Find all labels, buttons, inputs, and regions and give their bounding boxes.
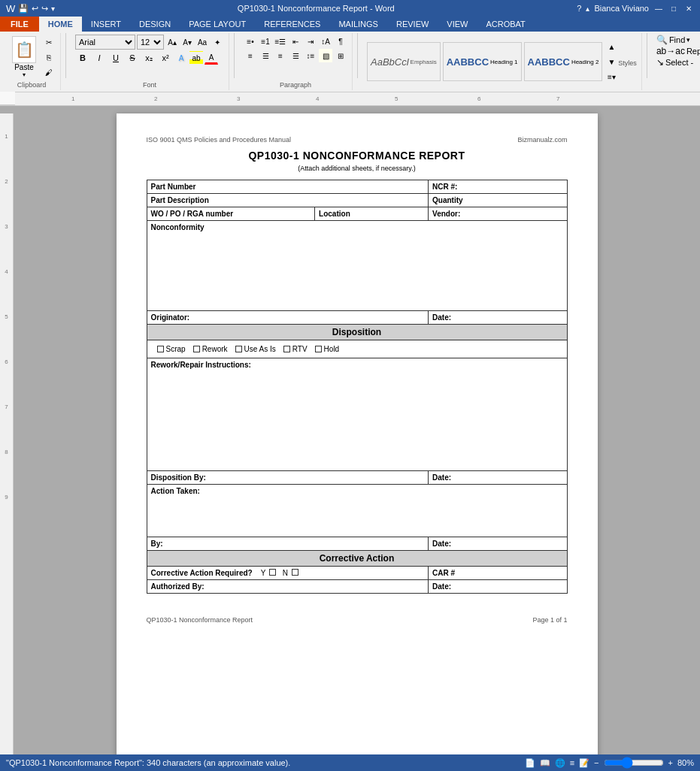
font-name-select[interactable]: Arial xyxy=(75,35,135,50)
nonconformity-cell: Nonconformity xyxy=(147,221,567,311)
cut-button[interactable]: ✂ xyxy=(42,35,56,49)
view-draft[interactable]: 📝 xyxy=(579,758,589,768)
user-name[interactable]: Bianca Viviano xyxy=(594,4,649,13)
view-outline[interactable]: ≡ xyxy=(570,758,574,767)
bullets-button[interactable]: ≡• xyxy=(244,35,257,48)
scrap-checkbox[interactable] xyxy=(157,346,164,352)
use-as-is-checkbox[interactable] xyxy=(235,346,242,352)
align-left-button[interactable]: ≡ xyxy=(244,49,257,62)
doc-footer: QP1030-1 Nonconformance Report Page 1 of… xyxy=(147,616,568,624)
view-web-layout[interactable]: 🌐 xyxy=(555,758,565,768)
part-number-cell: Part Number xyxy=(147,180,429,194)
align-center-button[interactable]: ☰ xyxy=(259,49,272,62)
tab-review[interactable]: REVIEW xyxy=(387,17,438,32)
align-right-button[interactable]: ≡ xyxy=(274,49,287,62)
word-logo-icon: W xyxy=(6,3,15,14)
document-page: ISO 9001 QMS Policies and Procedures Man… xyxy=(117,113,598,771)
tab-references[interactable]: REFERENCES xyxy=(255,17,329,32)
zoom-in-button[interactable]: + xyxy=(668,758,673,767)
tab-acrobat[interactable]: ACROBAT xyxy=(477,17,534,32)
tab-page-layout[interactable]: PAGE LAYOUT xyxy=(180,17,255,32)
quick-access-undo[interactable]: ↩ xyxy=(32,4,38,14)
font-group: Arial 12 A▴ A▾ Aa ✦ B I U S x₂ x² xyxy=(71,33,229,90)
bold-button[interactable]: B xyxy=(75,50,90,65)
font-size-select[interactable]: 12 xyxy=(137,35,164,50)
increase-indent-button[interactable]: ⇥ xyxy=(304,35,317,48)
style-emphasis[interactable]: AaBbCcl Emphasis xyxy=(367,42,441,81)
styles-scroll-down[interactable]: ▼ xyxy=(605,55,618,68)
view-full-reading[interactable]: 📖 xyxy=(540,758,550,768)
quick-access-redo[interactable]: ↪ xyxy=(41,4,48,14)
title-bar: W 💾 ↩ ↪ ▾ QP1030-1 Nonconformance Report… xyxy=(0,0,700,17)
paste-button[interactable]: 📋 Paste ▾ xyxy=(8,35,41,80)
table-row: WO / PO / RGA number Location Vendor: xyxy=(147,207,567,221)
underline-button[interactable]: U xyxy=(108,50,123,65)
help-icon[interactable]: ? xyxy=(577,4,581,13)
tab-home[interactable]: HOME xyxy=(39,17,82,32)
zoom-out-button[interactable]: − xyxy=(594,758,598,767)
line-spacing-button[interactable]: ↕≡ xyxy=(304,49,317,62)
rtv-checkbox[interactable] xyxy=(283,346,290,352)
ribbon-collapse-icon[interactable]: ▴ xyxy=(586,5,589,13)
ribbon: FILE HOME INSERT DESIGN PAGE LAYOUT REFE… xyxy=(0,17,700,106)
table-row: Authorized By: Date: xyxy=(147,580,567,594)
decrease-font-button[interactable]: A▾ xyxy=(180,35,194,49)
justify-button[interactable]: ☰ xyxy=(289,49,302,62)
maximize-button[interactable]: □ xyxy=(668,3,679,14)
corrective-no-checkbox[interactable] xyxy=(292,569,298,576)
status-doc-info: "QP1030-1 Nonconformance Report": 340 ch… xyxy=(6,758,290,767)
shading-button[interactable]: ▧ xyxy=(319,49,332,62)
view-print-layout[interactable]: 📄 xyxy=(525,758,535,768)
text-effects-button[interactable]: A xyxy=(174,51,188,65)
location-cell: Location xyxy=(315,207,429,221)
text-highlight-button[interactable]: ab xyxy=(189,51,203,65)
close-button[interactable]: ✕ xyxy=(683,3,694,14)
find-button[interactable]: 🔍 Find ▾ xyxy=(656,35,690,45)
corrective-yes-checkbox[interactable] xyxy=(269,569,276,576)
tab-design[interactable]: DESIGN xyxy=(130,17,180,32)
clear-format-button[interactable]: ✦ xyxy=(211,35,224,49)
strikethrough-button[interactable]: S xyxy=(125,50,140,65)
styles-more[interactable]: ≡▾ xyxy=(605,70,618,83)
divider-2 xyxy=(234,33,235,78)
select-button[interactable]: ↘ Select - xyxy=(656,57,693,68)
paragraph-group: ≡• ≡1 ≡☰ ⇤ ⇥ ↕A ¶ ≡ ☰ ≡ ☰ ↕≡ ▧ ⊞ xyxy=(239,33,353,90)
styles-label: Styles xyxy=(618,58,637,67)
styles-scroll-up[interactable]: ▲ xyxy=(605,40,618,53)
numbering-button[interactable]: ≡1 xyxy=(259,35,272,48)
show-formatting-button[interactable]: ¶ xyxy=(334,35,347,48)
part-description-cell: Part Description xyxy=(147,194,429,207)
hold-checkbox-item: Hold xyxy=(315,345,340,353)
superscript-button[interactable]: x² xyxy=(158,50,173,65)
zoom-percentage[interactable]: 80% xyxy=(677,758,694,767)
quick-access-save[interactable]: 💾 xyxy=(18,4,29,14)
decrease-indent-button[interactable]: ⇤ xyxy=(289,35,302,48)
sort-button[interactable]: ↕A xyxy=(319,35,332,48)
format-painter-button[interactable]: 🖌 xyxy=(42,65,56,79)
change-case-button[interactable]: Aa xyxy=(195,35,209,49)
styles-group: AaBbCcl Emphasis AABBCC Heading 1 AABBCC… xyxy=(362,33,642,90)
multilevel-list-button[interactable]: ≡☰ xyxy=(274,35,287,48)
editing-group: 🔍 Find ▾ ab→ac Replace ↘ Select - Editin… xyxy=(652,33,700,90)
borders-button[interactable]: ⊞ xyxy=(334,49,347,62)
tab-mailings[interactable]: MAILINGS xyxy=(329,17,387,32)
increase-font-button[interactable]: A▴ xyxy=(165,35,179,49)
copy-button[interactable]: ⎘ xyxy=(42,50,56,64)
subscript-button[interactable]: x₂ xyxy=(141,50,156,65)
style-heading2[interactable]: AABBCC Heading 2 xyxy=(524,42,603,81)
italic-button[interactable]: I xyxy=(92,50,107,65)
zoom-slider[interactable] xyxy=(604,758,664,767)
doc-header-right: Bizmanualz.com xyxy=(517,136,567,144)
disposition-date-cell: Date: xyxy=(429,471,567,485)
hold-checkbox[interactable] xyxy=(315,346,322,352)
style-heading1[interactable]: AABBCC Heading 1 xyxy=(443,42,522,81)
tab-insert[interactable]: INSERT xyxy=(82,17,130,32)
replace-button[interactable]: ab→ac Replace xyxy=(656,46,700,56)
tab-view[interactable]: VIEW xyxy=(438,17,477,32)
minimize-button[interactable]: — xyxy=(653,3,664,14)
rework-checkbox[interactable] xyxy=(193,346,200,352)
corrective-required-cell: Corrective Action Required? Y N xyxy=(147,567,429,580)
ribbon-tab-bar: FILE HOME INSERT DESIGN PAGE LAYOUT REFE… xyxy=(0,17,700,32)
font-color-button[interactable]: A xyxy=(205,51,218,65)
tab-file[interactable]: FILE xyxy=(0,17,39,32)
